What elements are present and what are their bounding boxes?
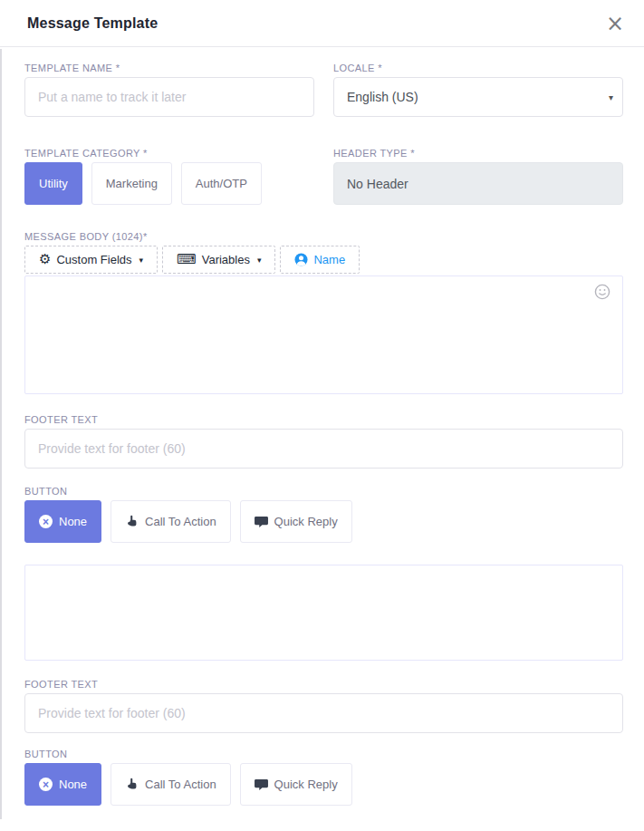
message-body-textarea[interactable]: [24, 275, 623, 394]
category-authotp-button[interactable]: Auth/OTP: [181, 162, 262, 205]
modal-title: Message Template: [27, 15, 158, 32]
message-body-toolbar: ⚙ Custom Fields ▾ ⌨ Variables ▾ Name: [24, 246, 623, 274]
template-category-group: Utility Marketing Auth/OTP: [24, 162, 314, 205]
speech-bubble-icon: [255, 516, 268, 528]
footer-text-input-2[interactable]: [24, 693, 623, 733]
category-marketing-button[interactable]: Marketing: [91, 162, 172, 205]
locale-label: LOCALE *: [333, 63, 623, 73]
backdrop-edge: [0, 49, 2, 819]
button-type-label-2: BUTTON: [24, 749, 623, 759]
custom-fields-dropdown-button[interactable]: ⚙ Custom Fields ▾: [24, 246, 158, 274]
button-none-label: None: [59, 515, 87, 528]
header-type-select: No Header: [333, 162, 623, 205]
category-utility-button[interactable]: Utility: [24, 162, 82, 205]
message-body-textarea-2[interactable]: [24, 565, 623, 661]
gear-icon: ⚙: [39, 253, 51, 266]
button-type-label: BUTTON: [24, 486, 623, 497]
category-utility-label: Utility: [39, 177, 68, 190]
hand-pointer-icon: [125, 515, 139, 528]
times-circle-icon: ×: [39, 778, 53, 791]
custom-fields-label: Custom Fields: [56, 253, 131, 266]
chevron-down-icon: ▾: [609, 92, 613, 102]
message-body-label: MESSAGE BODY (1024)*: [24, 231, 623, 242]
button-call-to-action-label: Call To Action: [145, 515, 216, 528]
chevron-down-icon: ▾: [257, 256, 262, 265]
button-none-label-2: None: [59, 778, 87, 791]
button-quick-reply-label: Quick Reply: [274, 515, 338, 528]
category-authotp-label: Auth/OTP: [196, 177, 247, 190]
variables-label: Variables: [202, 253, 250, 266]
emoji-picker-icon[interactable]: [594, 284, 610, 300]
modal-header: Message Template ×: [0, 0, 644, 47]
button-type-group-2: × None Call To Action Quick Reply: [24, 763, 623, 806]
keyboard-icon: ⌨: [177, 253, 197, 266]
template-name-input[interactable]: [24, 77, 314, 117]
speech-bubble-icon: [255, 778, 268, 791]
template-name-label: TEMPLATE NAME *: [24, 63, 314, 73]
button-none-button[interactable]: × None: [24, 500, 101, 543]
times-circle-icon: ×: [39, 515, 53, 528]
button-call-to-action-label-2: Call To Action: [145, 778, 216, 791]
button-quick-reply-label-2: Quick Reply: [274, 778, 338, 791]
button-call-to-action-button[interactable]: Call To Action: [111, 500, 231, 543]
locale-selected-value: English (US): [347, 90, 418, 104]
button-call-to-action-button-2[interactable]: Call To Action: [111, 763, 231, 806]
button-quick-reply-button[interactable]: Quick Reply: [240, 500, 352, 543]
variables-dropdown-button[interactable]: ⌨ Variables ▾: [162, 246, 275, 274]
user-circle-icon: [294, 253, 308, 266]
template-category-label: TEMPLATE CATEGORY *: [24, 148, 314, 159]
category-marketing-label: Marketing: [106, 177, 158, 190]
header-type-label: HEADER TYPE *: [333, 148, 623, 159]
chevron-down-icon: ▾: [139, 256, 144, 265]
button-none-button-2[interactable]: × None: [24, 763, 101, 806]
close-icon[interactable]: ×: [606, 13, 624, 34]
locale-select[interactable]: English (US) ▾: [333, 77, 623, 117]
button-type-group: × None Call To Action Quick Reply: [24, 500, 623, 543]
footer-text-input[interactable]: [24, 429, 623, 469]
name-variable-button[interactable]: Name: [280, 246, 360, 274]
hand-pointer-icon: [125, 778, 139, 791]
button-quick-reply-button-2[interactable]: Quick Reply: [240, 763, 352, 806]
footer-text-label-2: FOOTER TEXT: [24, 679, 623, 690]
name-variable-label: Name: [313, 253, 345, 266]
header-type-value: No Header: [347, 177, 409, 191]
footer-text-label: FOOTER TEXT: [24, 414, 623, 425]
